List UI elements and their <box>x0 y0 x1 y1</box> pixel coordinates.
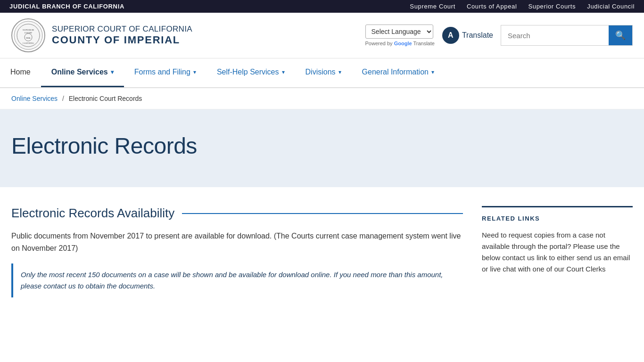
top-bar-links: Supreme Court Courts of Appeal Superior … <box>410 3 635 10</box>
breadcrumb: Online Services / Electronic Court Recor… <box>0 88 644 109</box>
court-seal: SUPERIOR COURT SEAL CALIFORNIA <box>11 18 45 52</box>
language-select[interactable]: Select Language <box>365 25 433 39</box>
section-divider <box>182 213 463 214</box>
nav-general-info[interactable]: General Information ▾ <box>352 58 445 87</box>
search-icon: 🔍 <box>615 30 626 41</box>
court-name-line1: SUPERIOR COURT OF CALIFORNIA <box>52 25 192 34</box>
chevron-down-icon: ▾ <box>193 69 196 75</box>
note-text: Only the most recent 150 documents on a … <box>21 269 455 292</box>
site-header: SUPERIOR COURT SEAL CALIFORNIA SUPERIOR … <box>0 13 644 58</box>
availability-paragraph: Public documents from November 2017 to p… <box>11 230 463 254</box>
top-bar: JUDICIAL BRANCH OF CALIFORNIA Supreme Co… <box>0 0 644 13</box>
hero-section: Electronic Records <box>0 109 644 187</box>
logo-area: SUPERIOR COURT SEAL CALIFORNIA SUPERIOR … <box>11 18 192 52</box>
search-input[interactable] <box>501 27 609 44</box>
section-title: Electronic Records Availability <box>11 206 174 221</box>
translate-button[interactable]: A Translate <box>442 27 493 44</box>
chevron-down-icon: ▾ <box>339 69 341 75</box>
search-button[interactable]: 🔍 <box>609 25 632 45</box>
svg-text:CALIFORNIA: CALIFORNIA <box>23 42 34 44</box>
chevron-down-icon: ▾ <box>111 69 114 75</box>
svg-point-0 <box>14 21 42 49</box>
powered-by-text: Powered by Google Translate <box>365 41 435 46</box>
search-container: 🔍 <box>501 25 633 46</box>
svg-text:SUPERIOR: SUPERIOR <box>23 29 34 31</box>
breadcrumb-current: Electronic Court Records <box>69 95 142 102</box>
note-block: Only the most recent 150 documents on a … <box>11 263 463 297</box>
section-header: Electronic Records Availability <box>11 206 463 221</box>
nav-home[interactable]: Home <box>0 58 41 87</box>
breadcrumb-parent[interactable]: Online Services <box>11 95 58 102</box>
sidebar-section-title: RELATED LINKS <box>482 215 633 222</box>
judicial-council-link[interactable]: Judicial Council <box>587 3 635 10</box>
main-content: Electronic Records Availability Public d… <box>11 206 463 297</box>
google-label: Google <box>394 41 412 46</box>
court-name: SUPERIOR COURT OF CALIFORNIA COUNTY OF I… <box>52 25 192 46</box>
header-right: Select Language Powered by Google Transl… <box>365 25 633 46</box>
translate-icon: A <box>442 27 459 44</box>
svg-text:SEAL: SEAL <box>26 37 31 39</box>
court-name-line2: COUNTY OF IMPERIAL <box>52 34 192 46</box>
sidebar: RELATED LINKS Need to request copies fro… <box>482 206 633 297</box>
main-nav: Home Online Services ▾ Forms and Filing … <box>0 58 644 88</box>
sidebar-paragraph: Need to request copies from a case not a… <box>482 230 633 275</box>
nav-divisions[interactable]: Divisions ▾ <box>295 58 352 87</box>
nav-self-help[interactable]: Self-Help Services ▾ <box>206 58 295 87</box>
nav-online-services[interactable]: Online Services ▾ <box>41 58 124 87</box>
translate-widget: Select Language Powered by Google Transl… <box>365 25 435 46</box>
chevron-down-icon: ▾ <box>282 69 285 75</box>
judicial-brand: JUDICIAL BRANCH OF CALIFORNIA <box>9 3 124 10</box>
page-title: Electronic Records <box>11 133 633 159</box>
courts-of-appeal-link[interactable]: Courts of Appeal <box>467 3 517 10</box>
chevron-down-icon: ▾ <box>431 69 434 75</box>
nav-forms-filing[interactable]: Forms and Filing ▾ <box>124 58 206 87</box>
supreme-court-link[interactable]: Supreme Court <box>410 3 455 10</box>
content-area: Electronic Records Availability Public d… <box>0 187 644 316</box>
breadcrumb-separator: / <box>62 95 64 102</box>
superior-courts-link[interactable]: Superior Courts <box>528 3 576 10</box>
